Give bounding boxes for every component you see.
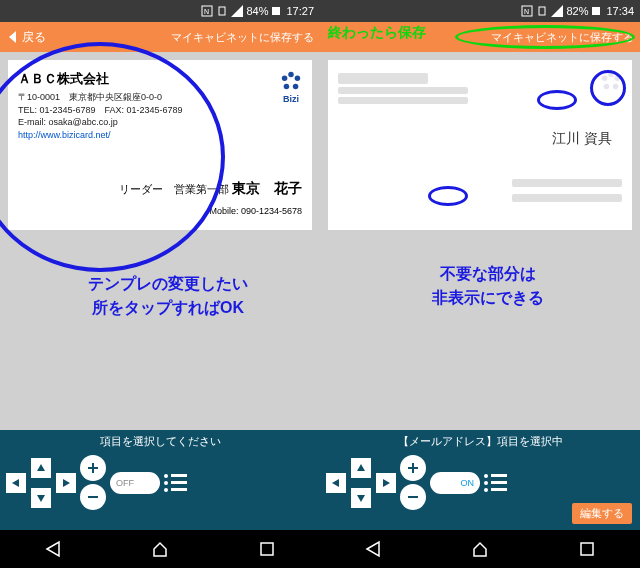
svg-point-8 bbox=[293, 84, 299, 90]
vibrate-icon bbox=[216, 5, 228, 17]
bizi-logo: Bizi bbox=[280, 70, 302, 104]
plus-button[interactable] bbox=[80, 455, 106, 481]
nav-recent-icon[interactable] bbox=[578, 540, 596, 558]
toggle-label: ON bbox=[461, 478, 475, 488]
business-card-blurred[interactable]: 江川 資具 bbox=[328, 60, 632, 230]
list-icon[interactable] bbox=[484, 471, 512, 495]
minus-button[interactable] bbox=[400, 484, 426, 510]
dpad-down[interactable] bbox=[351, 488, 371, 508]
svg-marker-11 bbox=[37, 464, 45, 471]
person-name: 江川 資具 bbox=[552, 130, 612, 148]
minus-button[interactable] bbox=[80, 484, 106, 510]
plus-button[interactable] bbox=[400, 455, 426, 481]
app-header: 戻る マイキャビネットに保存する bbox=[0, 22, 320, 52]
svg-marker-15 bbox=[47, 542, 59, 556]
status-bar: N 82% 17:34 bbox=[320, 0, 640, 22]
company-name: ＡＢＣ株式会社 bbox=[18, 70, 302, 88]
tel-fax: TEL: 01-2345-6789 FAX: 01-2345-6789 bbox=[18, 104, 302, 117]
signal-icon bbox=[231, 5, 243, 17]
svg-marker-30 bbox=[357, 495, 365, 502]
annotation-caption: テンプレの変更したい 所をタップすればOK bbox=[8, 272, 328, 320]
svg-rect-21 bbox=[592, 7, 600, 15]
dpad-right[interactable] bbox=[376, 473, 396, 493]
svg-marker-3 bbox=[231, 5, 243, 17]
back-label: 戻る bbox=[22, 29, 46, 46]
caption-line1: 不要な部分は bbox=[328, 262, 640, 286]
time-text: 17:27 bbox=[286, 5, 314, 17]
svg-marker-31 bbox=[367, 542, 379, 556]
role: リーダー 営業第一部 bbox=[119, 183, 229, 195]
nav-bar bbox=[320, 530, 640, 568]
save-button[interactable]: マイキャビネットに保存する bbox=[171, 30, 314, 45]
svg-marker-14 bbox=[37, 495, 45, 502]
battery-icon bbox=[271, 5, 283, 17]
annotation-caption: 不要な部分は 非表示にできる bbox=[328, 262, 640, 310]
svg-point-9 bbox=[284, 84, 290, 90]
svg-point-6 bbox=[288, 72, 294, 78]
dpad-up[interactable] bbox=[351, 458, 371, 478]
edit-button[interactable]: 編集する bbox=[572, 503, 632, 524]
app-header: 終わったら保存 マイキャビネットに保存する bbox=[320, 22, 640, 52]
url: http://www.bizicard.net/ bbox=[18, 129, 302, 142]
battery-text: 82% bbox=[566, 5, 588, 17]
svg-point-10 bbox=[282, 76, 288, 82]
svg-rect-2 bbox=[219, 7, 225, 15]
dpad-down[interactable] bbox=[31, 488, 51, 508]
nav-back-icon[interactable] bbox=[364, 540, 382, 558]
toggle-switch[interactable]: ON bbox=[430, 472, 480, 494]
dpad bbox=[326, 458, 396, 508]
dpad-left[interactable] bbox=[6, 473, 26, 493]
done-annotation: 終わったら保存 bbox=[328, 24, 426, 42]
business-card[interactable]: ＡＢＣ株式会社 〒10-0001 東京都中央区銀座0-0-0 TEL: 01-2… bbox=[8, 60, 312, 230]
nav-recent-icon[interactable] bbox=[258, 540, 276, 558]
dpad-up[interactable] bbox=[31, 458, 51, 478]
back-button[interactable]: 戻る bbox=[6, 29, 46, 46]
svg-text:N: N bbox=[204, 8, 209, 15]
svg-marker-27 bbox=[357, 464, 365, 471]
svg-point-23 bbox=[615, 76, 621, 82]
svg-point-26 bbox=[602, 76, 608, 82]
caption-line1: テンプレの変更したい bbox=[8, 272, 328, 296]
svg-marker-20 bbox=[551, 5, 563, 17]
nav-bar bbox=[0, 530, 320, 568]
toggle-switch[interactable]: OFF bbox=[110, 472, 160, 494]
panel-label: 項目を選択してください bbox=[6, 434, 314, 449]
svg-rect-4 bbox=[272, 7, 280, 15]
annotation-oval bbox=[428, 186, 468, 206]
status-bar: N 84% 17:27 bbox=[0, 0, 320, 22]
svg-point-24 bbox=[613, 84, 619, 90]
svg-text:N: N bbox=[524, 8, 529, 15]
nav-back-icon[interactable] bbox=[44, 540, 62, 558]
bottom-panel: 項目を選択してください OFF bbox=[0, 430, 320, 530]
svg-point-22 bbox=[608, 72, 614, 78]
nav-home-icon[interactable] bbox=[471, 540, 489, 558]
dpad-left[interactable] bbox=[326, 473, 346, 493]
bottom-panel: 【メールアドレス】項目を選択中 ON 編集する bbox=[320, 430, 640, 530]
panel-label: 【メールアドレス】項目を選択中 bbox=[326, 434, 634, 449]
logo-text: Bizi bbox=[280, 94, 302, 104]
nfc-icon: N bbox=[521, 5, 533, 17]
nav-home-icon[interactable] bbox=[151, 540, 169, 558]
svg-marker-13 bbox=[63, 479, 70, 487]
dpad bbox=[6, 458, 76, 508]
svg-marker-12 bbox=[12, 479, 19, 487]
battery-text: 84% bbox=[246, 5, 268, 17]
asterisk-icon bbox=[280, 70, 302, 92]
svg-marker-29 bbox=[383, 479, 390, 487]
svg-point-25 bbox=[604, 84, 610, 90]
address-line: 〒10-0001 東京都中央区銀座0-0-0 bbox=[18, 91, 302, 104]
name-line: リーダー 営業第一部 東京 花子 bbox=[119, 180, 302, 198]
list-icon[interactable] bbox=[164, 471, 192, 495]
person-name: 東京 花子 bbox=[232, 180, 302, 196]
svg-marker-28 bbox=[332, 479, 339, 487]
toggle-label: OFF bbox=[116, 478, 134, 488]
nfc-icon: N bbox=[201, 5, 213, 17]
battery-icon bbox=[591, 5, 603, 17]
svg-point-7 bbox=[295, 76, 301, 82]
caption-line2: 所をタップすればOK bbox=[8, 296, 328, 320]
email: E-mail: osaka@abc.co.jp bbox=[18, 116, 302, 129]
chevron-left-icon bbox=[6, 30, 20, 44]
time-text: 17:34 bbox=[606, 5, 634, 17]
save-button[interactable]: マイキャビネットに保存する bbox=[491, 30, 634, 45]
dpad-right[interactable] bbox=[56, 473, 76, 493]
